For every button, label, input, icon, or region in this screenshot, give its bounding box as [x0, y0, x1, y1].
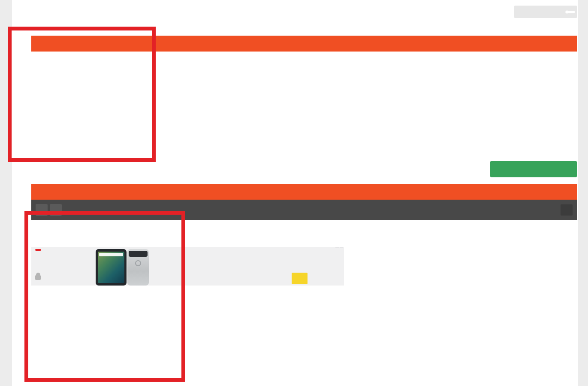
android-logo: [35, 275, 43, 280]
android-robot-icon: [35, 275, 41, 280]
ad-retailer-logo: [35, 249, 42, 251]
phone-front-image: [96, 249, 127, 286]
ad-corner-controls: [335, 247, 343, 248]
phone-screen-image: [98, 252, 124, 283]
euro-logo-text: [35, 249, 41, 251]
topics-header-bar: [31, 184, 577, 200]
pagination-last-button[interactable]: [50, 204, 62, 216]
subforums-header-bar: [31, 36, 577, 52]
mark-forum-read-link[interactable]: [392, 166, 395, 172]
ad-banner[interactable]: [31, 247, 344, 286]
ad-cta-button[interactable]: [292, 273, 308, 284]
topics-toolbar: [31, 200, 577, 220]
sort-by-button[interactable]: [561, 204, 573, 216]
content-area: [12, 0, 578, 386]
ad-close-icon[interactable]: [340, 247, 343, 248]
ad-product-name: [159, 248, 162, 266]
phone-back-image: [127, 249, 149, 286]
adchoices-icon[interactable]: [335, 247, 339, 248]
ad-band: [31, 246, 577, 286]
follow-button[interactable]: [514, 6, 577, 18]
follow-count-badge: [567, 11, 575, 13]
new-topic-button[interactable]: [490, 161, 577, 177]
forum-page: [0, 0, 588, 386]
pagination-next-button[interactable]: [36, 204, 48, 216]
